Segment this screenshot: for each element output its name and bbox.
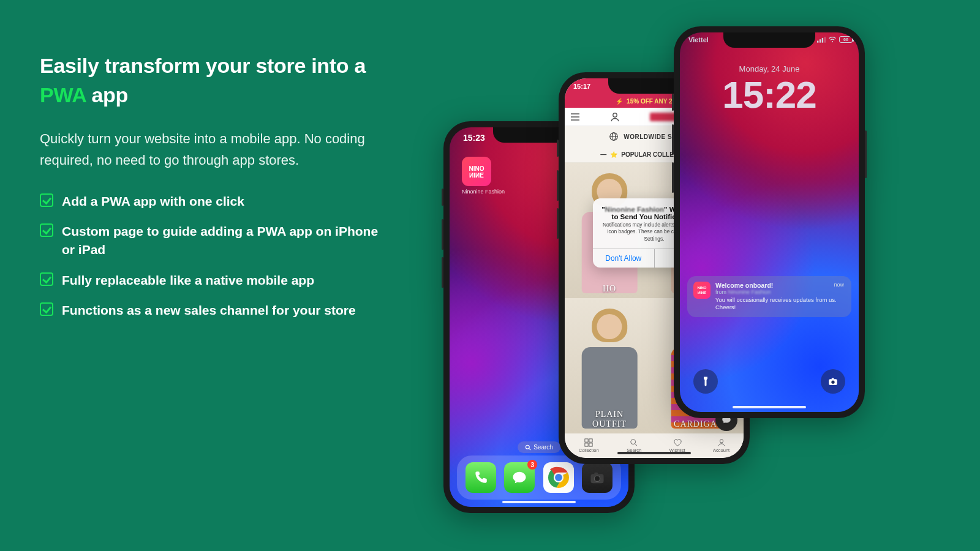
phone-lock-screen: Viettel 66 Monday, 24 June 15:22 NINO NI… <box>674 26 865 418</box>
notification-title: Welcome onboard! <box>715 282 845 289</box>
feature-text: Add a PWA app with one click <box>62 192 244 211</box>
tab-account[interactable]: Account <box>713 438 729 453</box>
push-notification[interactable]: NINO NINE Welcome onboard! from Ninonine… <box>687 276 851 317</box>
headline-post: app <box>86 83 128 107</box>
status-time: 15:23 <box>463 133 485 143</box>
user-icon <box>717 438 726 447</box>
product-tile[interactable]: PLAIN OUTFIT <box>565 298 654 433</box>
feature-item: Fully replaceable like a native mobile a… <box>40 271 380 290</box>
pwa-app-icon[interactable]: NINO NINE Ninonine Fashion <box>462 157 505 195</box>
feature-list: Add a PWA app with one click Custom page… <box>40 192 380 320</box>
svg-point-25 <box>631 440 636 444</box>
feature-item: Functions as a new sales channel for you… <box>40 301 380 320</box>
notch <box>723 32 815 48</box>
star-icon: ⭐ <box>610 151 617 158</box>
subheadline: Quickly turn your website into a mobile … <box>40 128 380 171</box>
globe-icon <box>609 132 619 141</box>
svg-rect-30 <box>822 37 823 42</box>
account-icon[interactable] <box>609 111 620 122</box>
search-icon <box>525 444 531 451</box>
svg-rect-24 <box>589 443 592 446</box>
svg-line-26 <box>635 444 638 446</box>
svg-rect-21 <box>585 439 588 442</box>
camera-button[interactable] <box>821 369 845 394</box>
app-tile-text: NINE <box>469 171 484 178</box>
tab-bar: Collection Search Wishlist Account <box>565 433 744 458</box>
feature-text: Fully replaceable like a native mobile a… <box>62 271 314 290</box>
check-icon <box>40 302 53 316</box>
headline: Easily transform your store into a PWA a… <box>40 51 380 110</box>
notification-time: now <box>834 282 844 288</box>
product-label: HO <box>603 284 616 293</box>
svg-line-8 <box>529 448 531 450</box>
lock-time: 15:22 <box>680 73 859 116</box>
home-indicator[interactable] <box>617 452 691 454</box>
notification-from: from Ninonine Fashion <box>715 289 845 295</box>
lock-date: Monday, 24 June <box>680 64 859 73</box>
svg-rect-28 <box>817 40 818 42</box>
tab-collection[interactable]: Collection <box>579 438 599 453</box>
alert-app-name: Ninonine Fashion <box>605 206 664 213</box>
notification-badge: 3 <box>527 460 537 470</box>
feature-text: Custom page to guide adding a PWA app on… <box>62 222 380 260</box>
flashlight-icon <box>700 376 711 387</box>
battery-icon: 66 <box>839 36 853 43</box>
messages-app-icon[interactable]: 3 <box>504 462 535 493</box>
spotlight-search[interactable]: Search <box>518 441 560 453</box>
heart-icon <box>673 438 682 447</box>
phone-app-icon[interactable] <box>466 462 496 493</box>
flashlight-button[interactable] <box>693 369 718 394</box>
feature-item: Custom page to guide adding a PWA app on… <box>40 222 380 260</box>
headline-accent: PWA <box>40 83 86 107</box>
camera-app-icon[interactable] <box>582 462 612 493</box>
check-icon <box>40 272 53 286</box>
svg-rect-34 <box>832 378 834 379</box>
svg-rect-23 <box>585 443 588 446</box>
svg-point-7 <box>526 445 529 449</box>
check-icon <box>40 223 53 237</box>
app-label: Ninonine Fashion <box>462 189 505 195</box>
svg-rect-14 <box>595 473 598 475</box>
home-indicator[interactable] <box>733 406 806 408</box>
svg-point-33 <box>831 381 834 384</box>
grid-icon <box>584 438 593 447</box>
check-icon <box>40 193 53 207</box>
home-indicator[interactable] <box>502 501 576 503</box>
product-label: PLAIN OUTFIT <box>592 410 627 429</box>
dont-allow-button[interactable]: Don't Allow <box>593 249 655 268</box>
tab-search[interactable]: Search <box>627 438 641 453</box>
svg-point-13 <box>595 476 600 481</box>
carrier-label: Viettel <box>688 36 709 43</box>
feature-item: Add a PWA app with one click <box>40 192 380 211</box>
svg-rect-29 <box>820 39 821 42</box>
tab-wishlist[interactable]: Wishlist <box>669 438 685 453</box>
search-icon <box>630 438 638 447</box>
lightning-icon: ⚡ <box>616 98 623 105</box>
camera-icon <box>827 376 839 387</box>
headline-pre: Easily transform your store into a <box>40 54 366 77</box>
status-time: 15:17 <box>573 83 590 90</box>
svg-rect-31 <box>824 37 826 42</box>
svg-point-15 <box>613 113 617 116</box>
notification-body: You will occasionally receives updates f… <box>715 296 845 312</box>
svg-rect-22 <box>589 439 592 442</box>
svg-point-27 <box>720 440 723 443</box>
wifi-icon <box>828 37 837 43</box>
phone-showcase: 15:23 NINO NINE Ninonine Fashion Search <box>429 26 907 522</box>
search-label: Search <box>533 444 553 451</box>
notification-app-icon: NINO NINE <box>693 282 710 299</box>
chrome-app-icon[interactable] <box>543 462 574 493</box>
feature-text: Functions as a new sales channel for you… <box>62 301 356 320</box>
hamburger-icon[interactable] <box>570 111 581 122</box>
signal-icon <box>817 37 826 43</box>
